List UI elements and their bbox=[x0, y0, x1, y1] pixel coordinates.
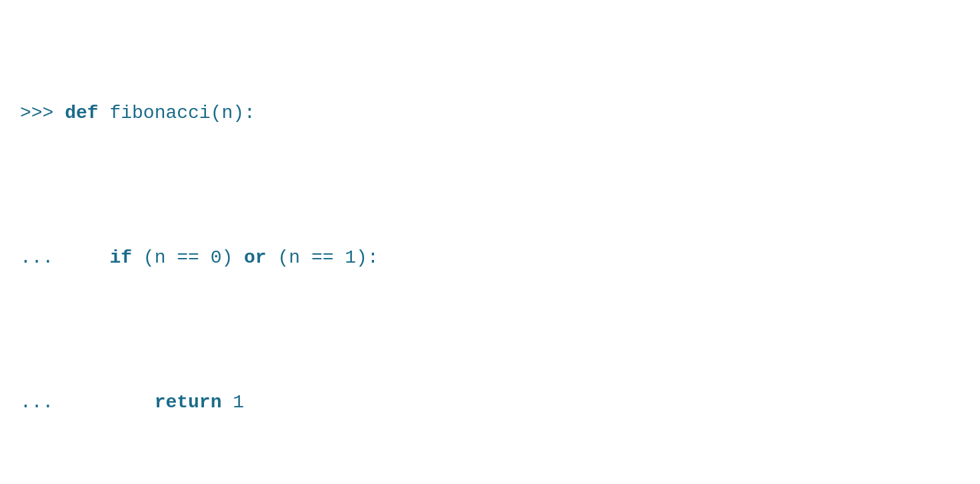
repl-session: >>> def fibonacci(n): ... if (n == 0) or… bbox=[20, 12, 960, 484]
kw-or: or bbox=[244, 247, 267, 268]
return-val-1: 1 bbox=[221, 392, 244, 413]
kw-return-1: return bbox=[155, 392, 222, 413]
prompt-2: ... bbox=[20, 247, 109, 268]
kw-if: if bbox=[109, 247, 132, 268]
repl-line-1: >>> def fibonacci(n): bbox=[20, 99, 960, 127]
kw-def: def bbox=[65, 103, 109, 123]
cond-1: (n == 0) bbox=[132, 247, 244, 268]
func-def: fibonacci(n): bbox=[109, 103, 255, 123]
cond-2: (n == 1): bbox=[267, 247, 379, 268]
repl-line-3: ... return 1 bbox=[20, 388, 960, 417]
prompt-1: >>> bbox=[20, 103, 65, 123]
repl-line-2: ... if (n == 0) or (n == 1): bbox=[20, 243, 960, 272]
prompt-3: ... bbox=[20, 392, 155, 413]
